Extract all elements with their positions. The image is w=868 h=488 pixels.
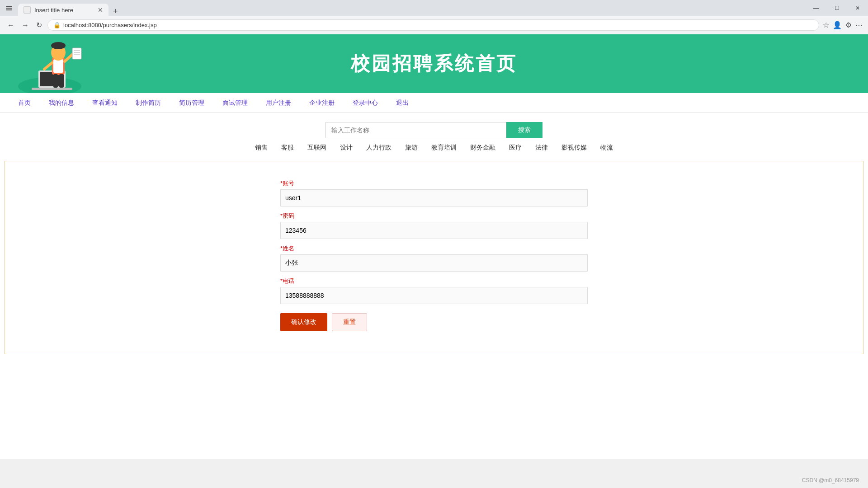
sidebar-button[interactable] <box>0 0 18 16</box>
search-button[interactable]: 搜索 <box>506 122 542 138</box>
nav-my-info[interactable]: 我的信息 <box>40 99 83 107</box>
window-controls: — ☐ ✕ <box>806 0 868 16</box>
profile-icon[interactable]: 👤 <box>833 21 842 29</box>
nav-resume-manage[interactable]: 简历管理 <box>170 99 213 107</box>
svg-rect-12 <box>72 48 81 59</box>
category-internet[interactable]: 互联网 <box>307 144 326 152</box>
url-text: localhost:8080/purchasers/index.jsp <box>63 22 157 28</box>
category-row: 销售 客服 互联网 设计 人力行政 旅游 教育培训 财务金融 医疗 法律 影视传… <box>255 144 613 152</box>
category-law[interactable]: 法律 <box>535 144 548 152</box>
name-input[interactable] <box>280 254 588 272</box>
category-logistics[interactable]: 物流 <box>600 144 613 152</box>
category-education[interactable]: 教育培训 <box>431 144 457 152</box>
svg-rect-18 <box>59 74 64 88</box>
password-label: *密码 <box>280 212 588 220</box>
category-sales[interactable]: 销售 <box>255 144 268 152</box>
password-input[interactable] <box>280 222 588 239</box>
confirm-button[interactable]: 确认修改 <box>280 313 327 331</box>
svg-rect-6 <box>32 88 72 90</box>
nav-home[interactable]: 首页 <box>9 99 40 107</box>
browser-tab[interactable]: Insert title here ✕ <box>18 4 108 16</box>
nav-company-register[interactable]: 企业注册 <box>300 99 344 107</box>
name-label: *姓名 <box>280 244 588 253</box>
tab-close-button[interactable]: ✕ <box>98 6 103 14</box>
refresh-button[interactable]: ↻ <box>34 19 44 31</box>
nav-logout[interactable]: 退出 <box>387 99 418 107</box>
search-area: 搜索 销售 客服 互联网 设计 人力行政 旅游 教育培训 财务金融 医疗 法律 … <box>0 113 868 156</box>
nav-notifications[interactable]: 查看通知 <box>83 99 127 107</box>
address-bar[interactable]: 🔒 localhost:8080/purchasers/index.jsp <box>47 19 819 31</box>
page-body: 校园招聘系统首页 首页 我的信息 查看通知 制作简历 简历管理 面试管理 用户注… <box>0 34 868 459</box>
tab-favicon <box>24 6 31 14</box>
browser-chrome: Insert title here ✕ + — ☐ ✕ ← → ↻ 🔒 loca… <box>0 0 868 34</box>
phone-input[interactable] <box>280 287 588 304</box>
address-bar-row: ← → ↻ 🔒 localhost:8080/purchasers/index.… <box>0 16 868 34</box>
close-button[interactable]: ✕ <box>847 1 868 15</box>
minimize-button[interactable]: — <box>806 1 826 15</box>
category-finance[interactable]: 财务金融 <box>470 144 495 152</box>
svg-rect-17 <box>53 74 58 88</box>
account-group: *账号 <box>280 179 588 206</box>
back-button[interactable]: ← <box>5 19 16 31</box>
reset-button[interactable]: 重置 <box>332 313 367 331</box>
extensions-icon[interactable]: ⚙ <box>845 21 852 29</box>
nav-make-resume[interactable]: 制作简历 <box>127 99 170 107</box>
favorites-icon[interactable]: ☆ <box>823 21 829 29</box>
site-navigation: 首页 我的信息 查看通知 制作简历 简历管理 面试管理 用户注册 企业注册 登录… <box>0 93 868 113</box>
search-input[interactable] <box>326 122 506 138</box>
site-title: 校园招聘系统首页 <box>351 51 517 76</box>
category-customer-service[interactable]: 客服 <box>281 144 294 152</box>
maximize-button[interactable]: ☐ <box>826 1 847 15</box>
nav-login-center[interactable]: 登录中心 <box>344 99 387 107</box>
phone-label: *电话 <box>280 277 588 285</box>
main-content: *账号 *密码 *姓名 *电话 确认修改 重置 <box>5 161 863 354</box>
form-container: *账号 *密码 *姓名 *电话 确认修改 重置 <box>271 170 597 340</box>
category-media[interactable]: 影视传媒 <box>561 144 587 152</box>
account-label: *账号 <box>280 179 588 188</box>
new-tab-button[interactable]: + <box>108 7 123 16</box>
name-group: *姓名 <box>280 244 588 272</box>
svg-rect-0 <box>6 6 12 7</box>
site-header: 校园招聘系统首页 <box>0 34 868 93</box>
header-illustration <box>14 37 113 93</box>
nav-interview-manage[interactable]: 面试管理 <box>213 99 257 107</box>
browser-toolbar-icons: ☆ 👤 ⚙ ⋯ <box>823 21 863 29</box>
svg-rect-2 <box>6 9 12 10</box>
search-row: 搜索 <box>326 122 542 138</box>
category-medical[interactable]: 医疗 <box>509 144 522 152</box>
button-row: 确认修改 重置 <box>280 313 588 331</box>
svg-rect-8 <box>53 59 63 73</box>
category-hr[interactable]: 人力行政 <box>366 144 392 152</box>
category-design[interactable]: 设计 <box>340 144 353 152</box>
category-travel[interactable]: 旅游 <box>405 144 418 152</box>
nav-user-register[interactable]: 用户注册 <box>257 99 300 107</box>
svg-line-16 <box>44 63 52 69</box>
svg-point-10 <box>51 42 66 49</box>
password-group: *密码 <box>280 212 588 239</box>
account-input[interactable] <box>280 189 588 206</box>
lock-icon: 🔒 <box>53 22 61 28</box>
phone-group: *电话 <box>280 277 588 304</box>
tab-title: Insert title here <box>34 7 94 14</box>
more-icon[interactable]: ⋯ <box>855 21 863 29</box>
forward-button[interactable]: → <box>20 19 31 31</box>
svg-rect-1 <box>6 8 12 9</box>
